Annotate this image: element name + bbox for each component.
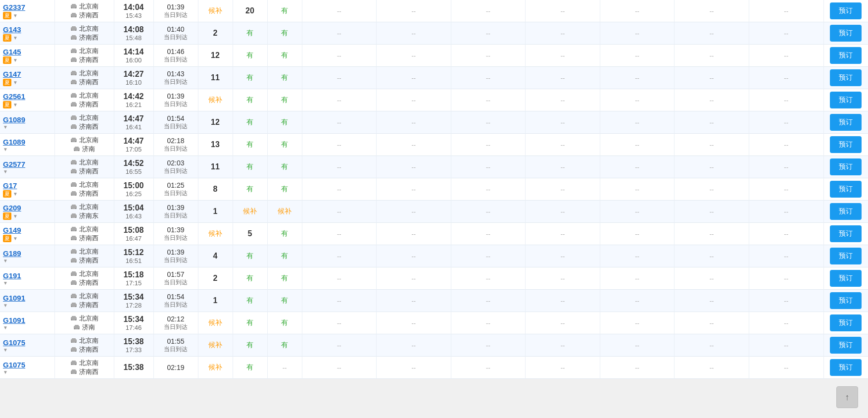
book-button[interactable]: 预订 bbox=[830, 158, 862, 175]
book-button[interactable]: 预订 bbox=[830, 92, 862, 108]
arrive-time: 17:15 bbox=[117, 279, 150, 287]
chevron-down-icon[interactable]: ▼ bbox=[3, 369, 8, 375]
duration: 02:18 bbox=[157, 137, 195, 145]
station-cell: 北京南 济南西 bbox=[54, 0, 114, 22]
second-seat-cell: 有 bbox=[267, 45, 302, 67]
book-cell: 预订 bbox=[823, 67, 868, 89]
book-button[interactable]: 预订 bbox=[830, 2, 862, 19]
train-number[interactable]: G143 bbox=[3, 25, 21, 34]
chevron-down-icon[interactable]: ▼ bbox=[13, 35, 18, 41]
svg-rect-29 bbox=[72, 80, 76, 81]
book-button[interactable]: 预订 bbox=[830, 314, 862, 331]
from-station: 北京南 bbox=[79, 113, 98, 122]
from-station: 北京南 bbox=[79, 203, 98, 211]
book-button[interactable]: 预订 bbox=[830, 47, 862, 64]
train-number[interactable]: G1075 bbox=[3, 361, 25, 369]
station-cell: 北京南 济南西 bbox=[54, 290, 114, 312]
station-to-icon bbox=[70, 368, 77, 375]
chevron-down-icon[interactable]: ▼ bbox=[3, 124, 8, 130]
extra-col-1: -- bbox=[302, 156, 377, 178]
station-from-icon bbox=[70, 248, 77, 255]
book-button[interactable]: 预订 bbox=[830, 248, 862, 264]
chevron-down-icon[interactable]: ▼ bbox=[13, 57, 18, 63]
train-number[interactable]: G209 bbox=[3, 204, 21, 212]
chevron-down-icon[interactable]: ▼ bbox=[3, 147, 8, 152]
train-number[interactable]: G149 bbox=[3, 226, 21, 234]
train-number[interactable]: G2561 bbox=[3, 92, 25, 101]
chevron-down-icon[interactable]: ▼ bbox=[3, 258, 8, 263]
extra-col-2: -- bbox=[377, 134, 451, 156]
train-number[interactable]: G2577 bbox=[3, 160, 25, 168]
book-button[interactable]: 预订 bbox=[830, 337, 862, 354]
from-station: 北京南 bbox=[79, 292, 98, 301]
time-cell: 15:38 bbox=[114, 357, 153, 379]
chevron-down-icon[interactable]: ▼ bbox=[13, 191, 18, 197]
book-cell: 预订 bbox=[823, 156, 868, 178]
chevron-down-icon[interactable]: ▼ bbox=[13, 80, 18, 85]
train-number[interactable]: G147 bbox=[3, 70, 21, 78]
station-to-icon bbox=[70, 212, 77, 219]
train-number[interactable]: G189 bbox=[3, 249, 21, 258]
business-seat-cell: 2 bbox=[198, 22, 233, 45]
book-button[interactable]: 预订 bbox=[830, 203, 862, 220]
station-cell: 北京南 济南西 bbox=[54, 45, 114, 67]
duration-cell: 01:54 当日到达 bbox=[153, 290, 198, 312]
train-number[interactable]: G1089 bbox=[3, 138, 25, 146]
train-number[interactable]: G191 bbox=[3, 271, 21, 280]
depart-time: 15:34 bbox=[117, 293, 150, 302]
book-button[interactable]: 预订 bbox=[830, 225, 862, 242]
depart-time: 14:47 bbox=[117, 114, 150, 123]
duration-cell: 01:39 当日到达 bbox=[153, 223, 198, 245]
time-cell: 15:00 16:25 bbox=[114, 178, 153, 201]
extra-col-2: -- bbox=[377, 178, 451, 201]
train-number[interactable]: G1091 bbox=[3, 316, 25, 324]
book-button[interactable]: 预订 bbox=[830, 359, 862, 376]
svg-rect-53 bbox=[75, 147, 79, 148]
book-button[interactable]: 预订 bbox=[830, 181, 862, 198]
train-number[interactable]: G1089 bbox=[3, 115, 25, 124]
duration: 01:39 bbox=[157, 3, 195, 11]
extra-col-3: -- bbox=[451, 22, 526, 45]
table-row: G1089 ▼ 北京南 济南西 14:47 bbox=[0, 111, 868, 134]
chevron-down-icon[interactable]: ▼ bbox=[13, 236, 18, 241]
business-seat-cell: 1 bbox=[198, 290, 233, 312]
extra-col-7: -- bbox=[749, 312, 823, 334]
duration: 01:43 bbox=[157, 70, 195, 78]
svg-rect-19 bbox=[75, 52, 76, 53]
chevron-down-icon[interactable]: ▼ bbox=[3, 280, 8, 286]
chevron-down-icon[interactable]: ▼ bbox=[13, 102, 18, 107]
svg-rect-63 bbox=[75, 172, 76, 173]
book-button[interactable]: 预订 bbox=[830, 292, 862, 309]
business-seat-cell: 候补 bbox=[198, 334, 233, 357]
book-button[interactable]: 预订 bbox=[830, 114, 862, 131]
svg-rect-127 bbox=[75, 351, 76, 352]
chevron-down-icon[interactable]: ▼ bbox=[3, 169, 8, 174]
book-button[interactable]: 预订 bbox=[830, 69, 862, 86]
station-from-icon bbox=[70, 159, 77, 166]
station-cell: 北京南 济南西 bbox=[54, 111, 114, 134]
book-button[interactable]: 预订 bbox=[830, 136, 862, 153]
book-button[interactable]: 预订 bbox=[830, 270, 862, 287]
extra-col-6: -- bbox=[675, 67, 749, 89]
first-seat-cell: 20 bbox=[233, 0, 267, 22]
extra-col-4: -- bbox=[526, 267, 600, 290]
extra-col-5: -- bbox=[600, 357, 675, 379]
time-cell: 14:27 16:10 bbox=[114, 67, 153, 89]
chevron-down-icon[interactable]: ▼ bbox=[13, 213, 18, 219]
book-button[interactable]: 预订 bbox=[830, 25, 862, 42]
chevron-down-icon[interactable]: ▼ bbox=[3, 347, 8, 353]
svg-rect-73 bbox=[72, 205, 76, 206]
train-number[interactable]: G145 bbox=[3, 48, 21, 56]
chevron-down-icon[interactable]: ▼ bbox=[3, 303, 8, 308]
extra-col-7: -- bbox=[749, 89, 823, 111]
chevron-down-icon[interactable]: ▼ bbox=[13, 13, 18, 18]
train-number[interactable]: G1075 bbox=[3, 338, 25, 347]
station-to-icon bbox=[73, 324, 80, 331]
train-number[interactable]: G1091 bbox=[3, 294, 25, 302]
train-number[interactable]: G17 bbox=[3, 181, 17, 190]
train-number[interactable]: G2337 bbox=[3, 3, 25, 11]
svg-rect-14 bbox=[71, 39, 72, 40]
extra-col-5: -- bbox=[600, 290, 675, 312]
book-cell: 预订 bbox=[823, 134, 868, 156]
chevron-down-icon[interactable]: ▼ bbox=[3, 325, 8, 330]
